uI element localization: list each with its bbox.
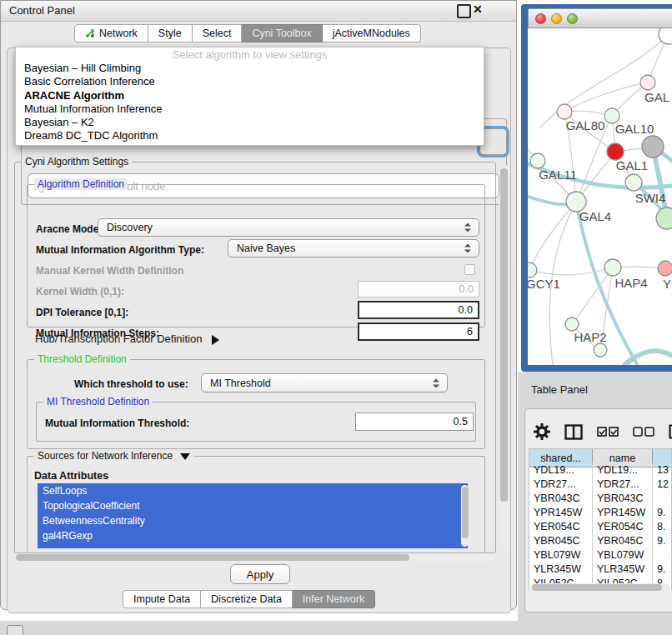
algorithm-definition-legend: Algorithm Definition: [34, 178, 128, 190]
table-row[interactable]: YDR27...YDR27...12: [529, 478, 671, 492]
network-node[interactable]: [642, 136, 664, 158]
table-cell: [653, 548, 672, 562]
mi-type-label: Mutual Information Algorithm Type:: [36, 244, 204, 256]
table-cell: 13: [653, 463, 672, 478]
table-row[interactable]: YDL19...YDL19...13: [529, 463, 671, 478]
tab-cyni-toolbox[interactable]: Cyni Toolbox: [242, 24, 322, 42]
kernel-width-field[interactable]: 0.0: [358, 281, 479, 298]
table-row[interactable]: YBR043CYBR043C: [529, 492, 671, 506]
bottom-tab-infer-network[interactable]: Infer Network: [293, 590, 375, 608]
dropdown-item[interactable]: Dream8 DC_TDC Algorithm: [16, 129, 484, 142]
attribute-item[interactable]: SelfLoops: [38, 483, 468, 498]
algorithm-dropdown-popup: Select algorithm to view settings Bayesi…: [15, 47, 484, 146]
network-node-gal11[interactable]: [530, 153, 545, 168]
minimized-panel-icon[interactable]: [7, 625, 23, 635]
bottom-tab-discretize-data[interactable]: Discretize Data: [201, 590, 293, 608]
network-edge[interactable]: [572, 268, 613, 324]
table-cell: YER054C: [593, 520, 653, 534]
network-edge[interactable]: [529, 268, 613, 275]
dropdown-item[interactable]: Basic Correlation Inference: [16, 75, 484, 88]
network-window-titlebar[interactable]: [528, 8, 672, 28]
node-label: GAL4: [579, 209, 611, 223]
dropdown-item[interactable]: Bayesian – Hill Climbing: [16, 62, 484, 75]
network-node-gcy1[interactable]: [528, 262, 537, 278]
close-icon[interactable]: ✕: [473, 2, 483, 16]
tab-label: Cyni Toolbox: [252, 24, 311, 42]
node-label: GAL10: [615, 122, 654, 136]
table-row[interactable]: YER054CYER054C8.: [529, 520, 671, 534]
settings-horizontal-scrollbar[interactable]: [14, 553, 496, 562]
expander-down-icon[interactable]: [180, 453, 190, 460]
split-columns-icon[interactable]: [564, 424, 583, 440]
hub-tf-expander-label: Hub/Transcription Factor Definition: [35, 332, 202, 345]
network-node[interactable]: [656, 208, 672, 229]
bottom-tabbar: Impute DataDiscretize DataInfer Network: [123, 590, 375, 608]
apply-button[interactable]: Apply: [230, 564, 290, 584]
node-label: GCY1: [528, 277, 560, 291]
dropdown-item[interactable]: ARACNE Algorithm: [16, 89, 484, 102]
tab-style[interactable]: Style: [148, 24, 193, 42]
network-node[interactable]: [594, 343, 607, 357]
table-row[interactable]: YPR145WYPR145W9.: [529, 506, 671, 520]
combo-spinner-icon: [433, 378, 439, 388]
control-panel-titlebar[interactable]: Control Panel ✕: [1, 1, 516, 22]
mi-type-combo[interactable]: Naive Bayes: [228, 239, 479, 258]
algorithm-definition-group: Algorithm Definition Aracne Mode: Discov…: [27, 184, 485, 328]
traffic-light-minimize-icon[interactable]: [551, 13, 562, 24]
dpi-tolerance-value: 0.0: [459, 304, 473, 316]
threshold-definition-legend: Threshold Definition: [34, 353, 130, 365]
hub-tf-expander[interactable]: Hub/Transcription Factor Definition: [35, 332, 219, 345]
tab-network[interactable]: Network: [74, 24, 148, 42]
dropdown-item[interactable]: Bayesian – K2: [16, 116, 484, 129]
checked-pair-icon[interactable]: [597, 427, 619, 438]
network-node-hap2[interactable]: [565, 318, 579, 331]
data-attributes-list[interactable]: SelfLoopsTopologicalCoefficientBetweenne…: [38, 483, 468, 548]
table-cell: YBR043C: [529, 492, 593, 506]
table-row[interactable]: YBR045CYBR045C9.: [529, 534, 671, 548]
gear-icon[interactable]: [534, 423, 550, 440]
table-cell: [653, 492, 672, 506]
bottom-tab-impute-data[interactable]: Impute Data: [123, 590, 201, 608]
threshold-definition-group: Threshold Definition Which threshold to …: [27, 359, 485, 449]
mi-threshold-legend: MI Threshold Definition: [43, 396, 153, 408]
mi-steps-field[interactable]: 6: [358, 322, 479, 341]
attribute-item[interactable]: gal4RGexp: [38, 528, 468, 543]
unchecked-pair-icon[interactable]: [633, 427, 654, 438]
combo-spinner-icon: [464, 223, 471, 232]
network-edge[interactable]: [529, 202, 576, 270]
mi-threshold-field[interactable]: 0.5: [355, 412, 474, 431]
manual-kernel-checkbox[interactable]: [464, 264, 475, 275]
cyni-settings-legend: Cyni Algorithm Settings: [22, 156, 132, 168]
traffic-light-zoom-icon[interactable]: [567, 13, 578, 24]
table-cell: YDL19...: [593, 463, 653, 478]
table-cell: YLR345W: [593, 562, 653, 577]
aracne-mode-combo[interactable]: Discovery: [98, 218, 479, 237]
dropdown-item[interactable]: Mutual Information Inference: [16, 102, 484, 116]
dpi-tolerance-field[interactable]: 0.0: [358, 301, 479, 319]
attribute-item[interactable]: TopologicalCoefficient: [38, 498, 468, 513]
expander-right-icon: [212, 335, 219, 345]
table-cell: YDL19...: [529, 463, 593, 478]
table-row[interactable]: YBL079WYBL079W: [529, 548, 671, 562]
network-canvas[interactable]: GALGAL80GAL10GAL1GAL11SWI4GAL4GCY1HAP4YH…: [528, 28, 672, 365]
tab-select[interactable]: Select: [193, 24, 243, 42]
table-row[interactable]: YLR345WYLR345W9.: [529, 562, 671, 577]
document-icon[interactable]: [669, 424, 672, 439]
network-node-y[interactable]: [658, 261, 672, 276]
float-window-icon[interactable]: [457, 4, 471, 18]
network-node-swi4[interactable]: [625, 174, 642, 191]
network-node-hap4[interactable]: [604, 259, 621, 276]
table-cell: YBR045C: [529, 534, 593, 548]
network-node-gal80[interactable]: [557, 104, 572, 119]
node-label: GAL11: [539, 168, 577, 182]
network-node-gal1[interactable]: [607, 143, 624, 160]
which-threshold-combo[interactable]: MI Threshold: [201, 373, 448, 392]
network-node-gal[interactable]: [640, 75, 655, 90]
settings-vertical-scrollbar[interactable]: [499, 165, 509, 548]
traffic-light-close-icon[interactable]: [535, 13, 546, 24]
mi-threshold-definition-group: MI Threshold Definition Mutual Informati…: [36, 402, 476, 442]
attribute-item[interactable]: BetweennessCentrality: [38, 513, 468, 528]
tab-jactivemnodules[interactable]: jActiveMNodules: [323, 24, 421, 42]
table-horizontal-scrollbar[interactable]: [530, 583, 670, 592]
attributes-scrollbar[interactable]: [461, 485, 469, 547]
